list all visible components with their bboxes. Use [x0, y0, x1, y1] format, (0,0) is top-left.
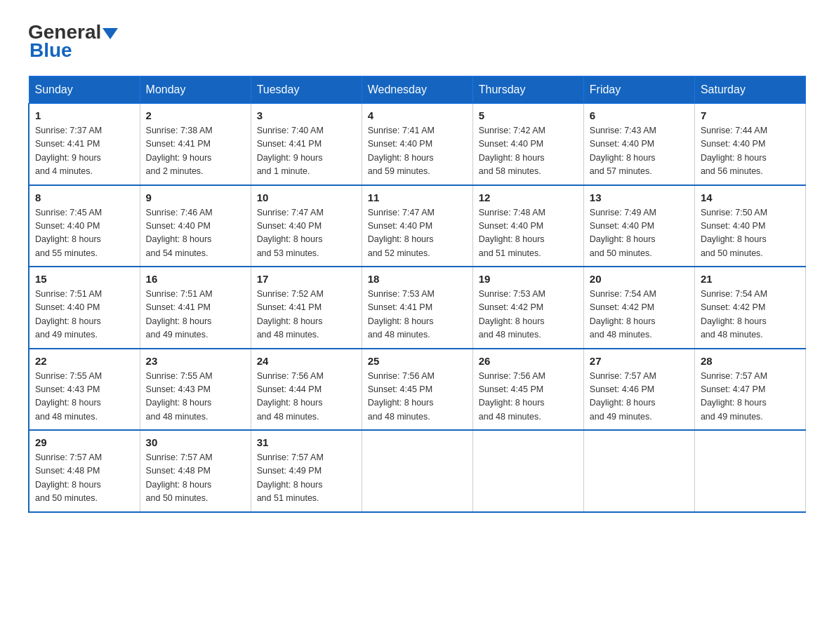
day-info: Sunrise: 7:57 AMSunset: 4:48 PMDaylight:… [35, 451, 134, 506]
day-cell-empty-4-4 [472, 430, 583, 512]
week-row-5: 29 Sunrise: 7:57 AMSunset: 4:48 PMDaylig… [29, 430, 806, 512]
weekday-header-row: SundayMondayTuesdayWednesdayThursdayFrid… [29, 76, 806, 104]
day-number: 4 [368, 109, 467, 121]
day-info: Sunrise: 7:47 AMSunset: 4:40 PMDaylight:… [368, 206, 467, 261]
header-sunday: Sunday [29, 76, 140, 104]
logo: General Blue [28, 21, 118, 62]
day-number: 23 [146, 355, 245, 367]
day-number: 19 [479, 273, 578, 285]
day-cell-31: 31 Sunrise: 7:57 AMSunset: 4:49 PMDaylig… [251, 430, 362, 512]
day-cell-1: 1 Sunrise: 7:37 AMSunset: 4:41 PMDayligh… [29, 104, 140, 185]
day-info: Sunrise: 7:54 AMSunset: 4:42 PMDaylight:… [590, 288, 689, 342]
day-info: Sunrise: 7:38 AMSunset: 4:41 PMDaylight:… [146, 124, 245, 179]
day-cell-2: 2 Sunrise: 7:38 AMSunset: 4:41 PMDayligh… [140, 104, 251, 185]
day-cell-25: 25 Sunrise: 7:56 AMSunset: 4:45 PMDaylig… [362, 349, 472, 431]
day-info: Sunrise: 7:57 AMSunset: 4:49 PMDaylight:… [257, 451, 356, 506]
day-number: 27 [590, 355, 689, 367]
day-info: Sunrise: 7:56 AMSunset: 4:45 PMDaylight:… [368, 370, 467, 424]
day-cell-28: 28 Sunrise: 7:57 AMSunset: 4:47 PMDaylig… [694, 349, 805, 431]
day-number: 12 [479, 192, 578, 203]
day-cell-6: 6 Sunrise: 7:43 AMSunset: 4:40 PMDayligh… [583, 104, 694, 185]
day-info: Sunrise: 7:51 AMSunset: 4:41 PMDaylight:… [146, 288, 245, 342]
calendar-table: SundayMondayTuesdayWednesdayThursdayFrid… [28, 76, 806, 513]
day-info: Sunrise: 7:50 AMSunset: 4:40 PMDaylight:… [701, 206, 800, 261]
day-number: 20 [590, 273, 689, 285]
day-number: 31 [257, 436, 356, 448]
header-wednesday: Wednesday [362, 76, 472, 104]
day-info: Sunrise: 7:46 AMSunset: 4:40 PMDaylight:… [146, 206, 245, 261]
day-cell-17: 17 Sunrise: 7:52 AMSunset: 4:41 PMDaylig… [251, 267, 362, 349]
day-cell-15: 15 Sunrise: 7:51 AMSunset: 4:40 PMDaylig… [29, 267, 140, 349]
day-cell-21: 21 Sunrise: 7:54 AMSunset: 4:42 PMDaylig… [694, 267, 805, 349]
day-info: Sunrise: 7:55 AMSunset: 4:43 PMDaylight:… [146, 370, 245, 424]
day-cell-empty-4-3 [362, 430, 472, 512]
header-monday: Monday [140, 76, 251, 104]
day-cell-5: 5 Sunrise: 7:42 AMSunset: 4:40 PMDayligh… [472, 104, 583, 185]
day-number: 25 [368, 355, 467, 367]
day-info: Sunrise: 7:57 AMSunset: 4:47 PMDaylight:… [701, 370, 800, 424]
day-info: Sunrise: 7:57 AMSunset: 4:46 PMDaylight:… [590, 370, 689, 424]
day-cell-20: 20 Sunrise: 7:54 AMSunset: 4:42 PMDaylig… [583, 267, 694, 349]
day-number: 16 [146, 273, 245, 285]
day-info: Sunrise: 7:53 AMSunset: 4:41 PMDaylight:… [368, 288, 467, 342]
day-info: Sunrise: 7:43 AMSunset: 4:40 PMDaylight:… [590, 124, 689, 179]
day-number: 14 [701, 192, 800, 203]
day-number: 1 [35, 109, 134, 121]
day-number: 29 [35, 436, 134, 448]
day-info: Sunrise: 7:37 AMSunset: 4:41 PMDaylight:… [35, 124, 134, 179]
day-cell-8: 8 Sunrise: 7:45 AMSunset: 4:40 PMDayligh… [29, 185, 140, 267]
day-number: 2 [146, 109, 245, 121]
day-number: 28 [701, 355, 800, 367]
day-cell-13: 13 Sunrise: 7:49 AMSunset: 4:40 PMDaylig… [583, 185, 694, 267]
day-number: 5 [479, 109, 578, 121]
day-cell-27: 27 Sunrise: 7:57 AMSunset: 4:46 PMDaylig… [583, 349, 694, 431]
page-header: General Blue [28, 21, 806, 62]
day-info: Sunrise: 7:55 AMSunset: 4:43 PMDaylight:… [35, 370, 134, 424]
day-cell-18: 18 Sunrise: 7:53 AMSunset: 4:41 PMDaylig… [362, 267, 472, 349]
day-info: Sunrise: 7:51 AMSunset: 4:40 PMDaylight:… [35, 288, 134, 342]
day-number: 24 [257, 355, 356, 367]
header-tuesday: Tuesday [251, 76, 362, 104]
week-row-3: 15 Sunrise: 7:51 AMSunset: 4:40 PMDaylig… [29, 267, 806, 349]
day-cell-empty-4-6 [694, 430, 805, 512]
day-info: Sunrise: 7:48 AMSunset: 4:40 PMDaylight:… [479, 206, 578, 261]
header-thursday: Thursday [472, 76, 583, 104]
day-number: 21 [701, 273, 800, 285]
header-saturday: Saturday [694, 76, 805, 104]
day-cell-7: 7 Sunrise: 7:44 AMSunset: 4:40 PMDayligh… [694, 104, 805, 185]
day-number: 22 [35, 355, 134, 367]
day-cell-23: 23 Sunrise: 7:55 AMSunset: 4:43 PMDaylig… [140, 349, 251, 431]
day-cell-empty-4-5 [583, 430, 694, 512]
day-info: Sunrise: 7:40 AMSunset: 4:41 PMDaylight:… [257, 124, 356, 179]
day-cell-26: 26 Sunrise: 7:56 AMSunset: 4:45 PMDaylig… [472, 349, 583, 431]
day-cell-19: 19 Sunrise: 7:53 AMSunset: 4:42 PMDaylig… [472, 267, 583, 349]
header-friday: Friday [583, 76, 694, 104]
day-number: 7 [701, 109, 800, 121]
day-cell-11: 11 Sunrise: 7:47 AMSunset: 4:40 PMDaylig… [362, 185, 472, 267]
week-row-2: 8 Sunrise: 7:45 AMSunset: 4:40 PMDayligh… [29, 185, 806, 267]
day-cell-30: 30 Sunrise: 7:57 AMSunset: 4:48 PMDaylig… [140, 430, 251, 512]
day-number: 18 [368, 273, 467, 285]
day-info: Sunrise: 7:53 AMSunset: 4:42 PMDaylight:… [479, 288, 578, 342]
day-cell-10: 10 Sunrise: 7:47 AMSunset: 4:40 PMDaylig… [251, 185, 362, 267]
day-info: Sunrise: 7:56 AMSunset: 4:44 PMDaylight:… [257, 370, 356, 424]
day-info: Sunrise: 7:57 AMSunset: 4:48 PMDaylight:… [146, 451, 245, 506]
day-number: 11 [368, 192, 467, 203]
day-number: 13 [590, 192, 689, 203]
day-info: Sunrise: 7:54 AMSunset: 4:42 PMDaylight:… [701, 288, 800, 342]
day-number: 3 [257, 109, 356, 121]
day-cell-22: 22 Sunrise: 7:55 AMSunset: 4:43 PMDaylig… [29, 349, 140, 431]
day-cell-24: 24 Sunrise: 7:56 AMSunset: 4:44 PMDaylig… [251, 349, 362, 431]
day-number: 15 [35, 273, 134, 285]
day-number: 9 [146, 192, 245, 203]
day-cell-9: 9 Sunrise: 7:46 AMSunset: 4:40 PMDayligh… [140, 185, 251, 267]
day-info: Sunrise: 7:49 AMSunset: 4:40 PMDaylight:… [590, 206, 689, 261]
day-cell-16: 16 Sunrise: 7:51 AMSunset: 4:41 PMDaylig… [140, 267, 251, 349]
day-number: 10 [257, 192, 356, 203]
day-number: 30 [146, 436, 245, 448]
day-info: Sunrise: 7:41 AMSunset: 4:40 PMDaylight:… [368, 124, 467, 179]
day-info: Sunrise: 7:47 AMSunset: 4:40 PMDaylight:… [257, 206, 356, 261]
day-cell-12: 12 Sunrise: 7:48 AMSunset: 4:40 PMDaylig… [472, 185, 583, 267]
logo-blue-text: Blue [29, 39, 72, 62]
day-number: 6 [590, 109, 689, 121]
